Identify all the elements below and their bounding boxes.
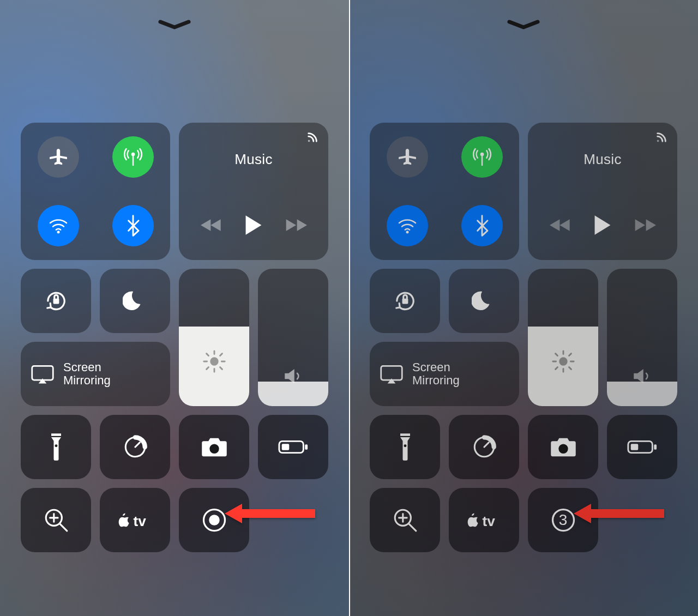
timer-icon bbox=[122, 433, 149, 461]
magnifier-icon bbox=[392, 506, 419, 534]
svg-point-6 bbox=[55, 444, 57, 447]
magnifier-button[interactable] bbox=[370, 488, 440, 552]
volume-slider[interactable] bbox=[258, 269, 328, 406]
now-playing-tile[interactable]: Music bbox=[528, 123, 677, 260]
cellular-data-toggle[interactable] bbox=[112, 136, 154, 178]
screen-record-icon bbox=[200, 506, 228, 534]
do-not-disturb-toggle[interactable] bbox=[449, 269, 519, 333]
orientation-lock-icon bbox=[391, 287, 419, 315]
cellular-antenna-icon bbox=[122, 146, 144, 168]
fastforward-icon bbox=[285, 217, 307, 233]
bluetooth-toggle[interactable] bbox=[461, 205, 503, 246]
rewind-icon bbox=[201, 217, 222, 233]
flashlight-button[interactable] bbox=[21, 415, 91, 479]
play-button[interactable] bbox=[244, 214, 263, 238]
connectivity-group[interactable] bbox=[21, 123, 170, 260]
camera-button[interactable] bbox=[179, 415, 249, 479]
screen-mirroring-label: Screen Mirroring bbox=[63, 361, 111, 387]
timer-icon bbox=[471, 433, 498, 461]
airplane-mode-toggle[interactable] bbox=[38, 136, 79, 178]
play-button[interactable] bbox=[593, 214, 612, 238]
svg-rect-28 bbox=[630, 444, 638, 450]
dismiss-handle[interactable] bbox=[507, 20, 540, 31]
wifi-icon bbox=[396, 215, 418, 237]
media-title: Music bbox=[234, 151, 272, 168]
control-center-panel-right: Music bbox=[349, 0, 698, 616]
screen-mirroring-label: Screen Mirroring bbox=[412, 361, 460, 387]
apple-tv-icon: tv bbox=[465, 509, 503, 531]
orientation-lock-icon bbox=[42, 287, 70, 315]
low-power-mode-toggle[interactable] bbox=[607, 415, 677, 479]
previous-track-button[interactable] bbox=[201, 217, 222, 235]
do-not-disturb-toggle[interactable] bbox=[100, 269, 170, 333]
fastforward-icon bbox=[634, 217, 656, 233]
screen-record-button[interactable] bbox=[179, 488, 249, 552]
camera-icon bbox=[200, 436, 228, 458]
svg-rect-22 bbox=[381, 366, 402, 380]
airplane-icon bbox=[48, 147, 69, 167]
svg-point-21 bbox=[559, 357, 567, 365]
flashlight-icon bbox=[48, 432, 64, 462]
previous-track-button[interactable] bbox=[550, 217, 571, 235]
dismiss-handle[interactable] bbox=[158, 20, 191, 31]
media-title: Music bbox=[583, 151, 621, 168]
orientation-lock-toggle[interactable] bbox=[21, 269, 91, 333]
cellular-data-toggle[interactable] bbox=[461, 136, 503, 178]
wifi-icon bbox=[47, 215, 69, 237]
airplay-icon bbox=[306, 131, 318, 146]
magnifier-icon bbox=[43, 506, 70, 534]
apple-tv-icon: tv bbox=[116, 509, 154, 531]
svg-point-9 bbox=[209, 444, 219, 454]
screen-record-button[interactable]: 3 bbox=[528, 488, 598, 552]
brightness-slider[interactable] bbox=[179, 269, 249, 406]
camera-icon bbox=[549, 436, 577, 458]
bluetooth-toggle[interactable] bbox=[112, 205, 154, 246]
cellular-antenna-icon bbox=[471, 146, 493, 168]
bluetooth-icon bbox=[473, 215, 491, 237]
svg-point-16 bbox=[209, 515, 220, 526]
timer-button[interactable] bbox=[100, 415, 170, 479]
screen-mirroring-icon bbox=[31, 364, 55, 384]
next-track-button[interactable] bbox=[634, 217, 656, 235]
brightness-slider[interactable] bbox=[528, 269, 598, 406]
orientation-lock-toggle[interactable] bbox=[370, 269, 440, 333]
connectivity-group[interactable] bbox=[370, 123, 519, 260]
sun-icon bbox=[202, 349, 227, 376]
flashlight-icon bbox=[397, 432, 413, 462]
svg-text:tv: tv bbox=[482, 513, 495, 529]
svg-rect-11 bbox=[281, 444, 289, 450]
airplane-icon bbox=[397, 147, 418, 167]
apple-tv-remote-button[interactable]: tv bbox=[100, 488, 170, 552]
svg-point-1 bbox=[57, 231, 59, 233]
screen-record-countdown-value: 3 bbox=[559, 511, 568, 529]
svg-text:tv: tv bbox=[133, 513, 146, 529]
bluetooth-icon bbox=[124, 215, 142, 237]
screen-mirroring-button[interactable]: Screen Mirroring bbox=[21, 342, 170, 406]
svg-point-23 bbox=[404, 444, 406, 447]
volume-slider[interactable] bbox=[607, 269, 677, 406]
magnifier-button[interactable] bbox=[21, 488, 91, 552]
moon-icon bbox=[472, 288, 497, 313]
airplane-mode-toggle[interactable] bbox=[387, 136, 428, 178]
rewind-icon bbox=[550, 217, 571, 233]
airplay-icon bbox=[655, 131, 667, 146]
wifi-toggle[interactable] bbox=[387, 205, 428, 246]
svg-rect-29 bbox=[654, 444, 657, 450]
camera-button[interactable] bbox=[528, 415, 598, 479]
speaker-icon bbox=[282, 365, 305, 390]
screen-mirroring-button[interactable]: Screen Mirroring bbox=[370, 342, 519, 406]
next-track-button[interactable] bbox=[285, 217, 307, 235]
moon-icon bbox=[123, 288, 148, 313]
flashlight-button[interactable] bbox=[370, 415, 440, 479]
low-power-mode-toggle[interactable] bbox=[258, 415, 328, 479]
control-center-panel-left: Music bbox=[0, 0, 349, 616]
svg-point-4 bbox=[210, 357, 218, 365]
battery-icon bbox=[278, 439, 309, 455]
svg-rect-5 bbox=[32, 366, 53, 380]
timer-button[interactable] bbox=[449, 415, 519, 479]
now-playing-tile[interactable]: Music bbox=[179, 123, 328, 260]
wifi-toggle[interactable] bbox=[38, 205, 79, 246]
apple-tv-remote-button[interactable]: tv bbox=[449, 488, 519, 552]
battery-icon bbox=[627, 439, 658, 455]
play-icon bbox=[244, 214, 263, 236]
